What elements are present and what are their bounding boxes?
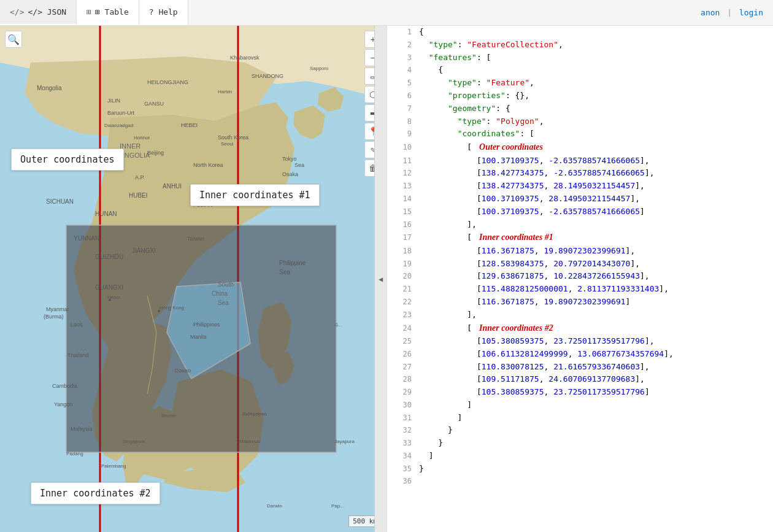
svg-text:HEBEI: HEBEI [181,122,198,128]
outer-coordinates-annotation: Outer coordinates [479,141,543,154]
json-line: 30 ] [387,399,773,412]
json-icon: </> [10,7,24,17]
json-line: 32 } [387,424,773,437]
svg-text:Balikpapan: Balikpapan [242,411,267,417]
line-number: 11 [392,155,412,167]
svg-text:China: China [212,290,228,297]
json-line: 13 [138.427734375, 28.14950321154457], [387,180,773,193]
line-content: [106.61132812499999, 13.068776734357694]… [419,348,674,361]
line-number: 2 [392,39,412,51]
svg-point-67 [158,310,160,312]
line-number: 35 [392,463,412,475]
line-content: } [419,463,424,476]
inner2-label-text: Inner coordinates #2 [40,488,151,499]
line-content: "features": [ [419,52,491,64]
line-number: 34 [392,450,412,462]
line-content: [138.427734375, -2.6357885741666065], [419,167,655,180]
svg-text:JIANGXI: JIANGXI [132,247,156,254]
line-content: [109.51171875, 24.607069137709683], [419,373,645,386]
svg-text:Thailand: Thailand [67,352,89,358]
line-number: 17 [392,232,412,244]
line-number: 12 [392,168,412,179]
line-content: [128.583984375, 20.7972014343070], [419,258,640,271]
line-number: 1 [392,26,412,38]
svg-text:Khabarovsk: Khabarovsk [230,55,260,61]
line-content: "properties": {}, [419,90,529,102]
json-line: 24 [Inner coordinates #2 [387,322,773,335]
json-line: 31 ] [387,412,773,425]
tab-table-label: ⊞ Table [95,7,129,17]
line-number: 27 [392,361,412,373]
json-line: 11 [100.37109375, -2.6357885741666065], [387,155,773,168]
svg-text:A.P.: A.P. [135,174,145,180]
json-line: 7 "geometry": { [387,102,773,115]
line-number: 19 [392,258,412,270]
line-content: [116.3671875, 19.89072302399691], [419,245,635,258]
main-content: INNER MONGOLIA SICHUAN HUNAN HUBEI ANHUI… [0,26,773,532]
outer-coordinates-label: Outer coordinates [11,148,124,171]
line-number: 26 [392,349,412,360]
svg-text:Myanmar: Myanmar [46,306,69,312]
line-content: ] [419,399,472,412]
svg-text:Padang: Padang [66,451,83,457]
svg-text:Mongolia: Mongolia [37,85,62,91]
json-line: 27 [110.830078125, 21.616579336740603], [387,361,773,374]
json-line: 18 [116.3671875, 19.89072302399691], [387,245,773,258]
inner2-coordinates-label: Inner coordinates #2 [31,482,160,504]
line-content: { [419,26,424,39]
line-content: "coordinates": [ [419,128,534,141]
line-content: [ [419,231,472,244]
line-number: 28 [392,374,412,385]
line-content: [138.427734375, 28.14950321154457], [419,180,645,193]
svg-text:GUANGXI: GUANGXI [95,284,123,291]
svg-text:JILIN: JILIN [107,98,120,104]
line-content: [129.638671875, 10.228437266155943], [419,270,650,283]
json-line: 34 ] [387,450,773,463]
tab-json[interactable]: </> </> JSON [0,0,77,25]
json-line: 19 [128.583984375, 20.7972014343070], [387,258,773,271]
anon-link[interactable]: anon [701,8,720,17]
line-content: [ [419,322,472,335]
svg-text:Darwin: Darwin [267,503,282,509]
login-link[interactable]: login [739,8,763,17]
svg-text:SHANDONG: SHANDONG [252,73,283,79]
svg-text:Pap...: Pap... [331,503,344,509]
svg-text:Davao: Davao [175,368,191,374]
json-line: 21 [115.48828125000001, 2.81137119333140… [387,283,773,296]
json-line: 9 "coordinates": [ [387,128,773,141]
json-line: 20 [129.638671875, 10.228437266155943], [387,270,773,283]
collapse-map-btn[interactable]: ◀ [374,26,386,532]
inner-coordinates-annotation: Inner coordinates #1 [479,231,553,244]
zoom-out-btn[interactable]: 🔍 [5,31,22,48]
line-number: 36 [392,476,412,487]
line-number: 18 [392,245,412,257]
json-line: 26 [106.61132812499999, 13.0687767343576… [387,348,773,361]
line-content: [105.380859375, 23.7250117359517796] [419,386,650,399]
line-number: 3 [392,52,412,64]
tab-table[interactable]: ⊞ ⊞ Table [77,0,139,25]
json-line: 23 ], [387,309,773,322]
line-number: 14 [392,193,412,205]
svg-text:North Korea: North Korea [193,162,223,168]
line-number: 8 [392,116,412,128]
inner-coordinates-annotation: Inner coordinates #2 [479,322,553,335]
svg-text:Makassar: Makassar [239,439,261,444]
header: </> </> JSON ⊞ ⊞ Table ? Help anon | log… [0,0,773,26]
line-number: 16 [392,219,412,231]
json-line: 10 [Outer coordinates [387,141,773,154]
svg-text:Philippines: Philippines [193,322,220,328]
svg-text:Hong Kong: Hong Kong [160,305,184,310]
svg-text:Sea: Sea [218,299,229,306]
auth-separator: | [727,8,732,17]
tab-help[interactable]: ? Help [139,0,188,25]
line-number: 25 [392,336,412,347]
json-line: 35} [387,463,773,476]
line-number: 30 [392,399,412,411]
svg-text:Philippine: Philippine [279,260,306,266]
svg-text:HEILONGJIANG: HEILONGJIANG [147,79,188,85]
tab-json-label: </> JSON [28,7,66,17]
svg-text:Tokyo: Tokyo [282,156,297,162]
json-line: 33 } [387,437,773,450]
line-number: 31 [392,412,412,424]
svg-text:Harbin: Harbin [218,89,233,94]
